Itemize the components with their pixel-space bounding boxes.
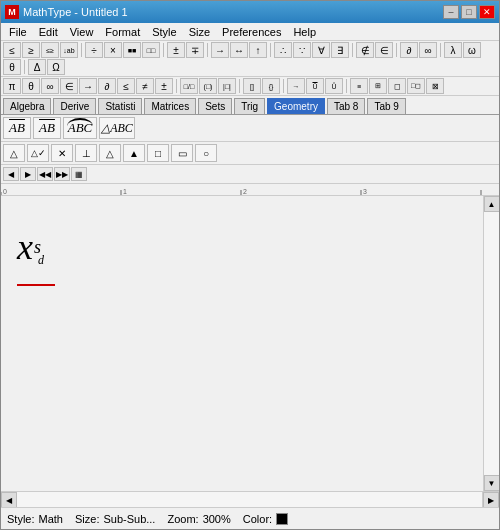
sep7: [440, 43, 441, 57]
shape-filled-triangle[interactable]: ▲: [123, 144, 145, 162]
tab-9[interactable]: Tab 9: [367, 98, 405, 114]
shape-triangle-tick[interactable]: △✓: [27, 144, 49, 162]
tb-arrow[interactable]: →: [211, 42, 229, 58]
shape-square[interactable]: □: [147, 144, 169, 162]
nav-grid[interactable]: ▦: [71, 167, 87, 181]
editor-area[interactable]: x s d: [1, 196, 483, 491]
tb-iff[interactable]: ↔: [230, 42, 248, 58]
menu-style[interactable]: Style: [146, 24, 182, 40]
tb-div[interactable]: ÷: [85, 42, 103, 58]
tab-8[interactable]: Tab 8: [327, 98, 365, 114]
tb-box[interactable]: □□: [142, 42, 160, 58]
tb-omega[interactable]: ω: [463, 42, 481, 58]
shape-triangle-open[interactable]: △: [3, 144, 25, 162]
tb-special5[interactable]: ⊠: [426, 78, 444, 94]
tb-neq[interactable]: ≠: [136, 78, 154, 94]
tb-special2[interactable]: ⊞: [369, 78, 387, 94]
tb-mp[interactable]: ∓: [186, 42, 204, 58]
tb-special1[interactable]: ≡: [350, 78, 368, 94]
tb-delta2[interactable]: ∂: [98, 78, 116, 94]
sep6: [396, 43, 397, 57]
tb-theta2[interactable]: θ: [22, 78, 40, 94]
tb-infty2[interactable]: ∞: [41, 78, 59, 94]
nav-back-back[interactable]: ◀◀: [37, 167, 53, 181]
status-size-value: Sub-Sub...: [103, 513, 155, 525]
shape-cross[interactable]: ✕: [51, 144, 73, 162]
shape-rect[interactable]: ▭: [171, 144, 193, 162]
nav-forward-forward[interactable]: ▶▶: [54, 167, 70, 181]
tab-geometry[interactable]: Geometry: [267, 98, 325, 114]
tb-overarrow[interactable]: →: [287, 78, 305, 94]
pal-segment-ab[interactable]: AB: [3, 117, 31, 139]
tab-algebra[interactable]: Algebra: [3, 98, 51, 114]
tb-matrix1[interactable]: []: [243, 78, 261, 94]
menu-help[interactable]: Help: [287, 24, 322, 40]
pal-arc-abc[interactable]: ABC: [63, 117, 97, 139]
tb-leq[interactable]: ≤: [3, 42, 21, 58]
tb-frac[interactable]: □/□: [180, 78, 198, 94]
tb-forall[interactable]: ∀: [312, 42, 330, 58]
shape-circle[interactable]: ○: [195, 144, 217, 162]
menu-format[interactable]: Format: [99, 24, 146, 40]
tb-parens[interactable]: (□): [199, 78, 217, 94]
tb-infty[interactable]: ∞: [419, 42, 437, 58]
tab-statistics[interactable]: Statisti: [98, 98, 142, 114]
nav-back[interactable]: ◀: [3, 167, 19, 181]
scroll-up-btn[interactable]: ▲: [484, 196, 500, 212]
tb-arrow-ab[interactable]: ↓ab: [60, 42, 78, 58]
tab-sets[interactable]: Sets: [198, 98, 232, 114]
tb-therefore[interactable]: ∴: [274, 42, 292, 58]
tb-delta[interactable]: Δ: [28, 59, 46, 75]
tb-element[interactable]: ∈: [60, 78, 78, 94]
pal-ray-ab[interactable]: AB: [33, 117, 61, 139]
status-size-label: Size:: [75, 513, 99, 525]
tb-uparrow[interactable]: ↑: [249, 42, 267, 58]
menu-preferences[interactable]: Preferences: [216, 24, 287, 40]
tb-pm2[interactable]: ±: [155, 78, 173, 94]
scroll-down-btn[interactable]: ▼: [484, 475, 500, 491]
tb-pm[interactable]: ±: [167, 42, 185, 58]
tb-bigomega[interactable]: Ω: [47, 59, 65, 75]
tb-exists[interactable]: ∃: [331, 42, 349, 58]
menu-edit[interactable]: Edit: [33, 24, 64, 40]
tb-rightarrow2[interactable]: →: [79, 78, 97, 94]
close-button[interactable]: ✕: [479, 5, 495, 19]
menu-size[interactable]: Size: [183, 24, 216, 40]
scroll-left-btn[interactable]: ◀: [1, 492, 17, 507]
scroll-right-btn[interactable]: ▶: [483, 492, 499, 507]
math-expression: x s d: [17, 226, 44, 268]
scroll-track[interactable]: [484, 212, 500, 475]
h-scrollbar[interactable]: [17, 492, 483, 507]
shape-perp[interactable]: ⊥: [75, 144, 97, 162]
tb-matrix2[interactable]: {}: [262, 78, 280, 94]
tab-derive[interactable]: Derive: [53, 98, 96, 114]
math-subscript-container: s d: [34, 238, 44, 266]
tab-trig[interactable]: Trig: [234, 98, 265, 114]
tb-overline[interactable]: Ū: [306, 78, 324, 94]
maximize-button[interactable]: □: [461, 5, 477, 19]
tb-brackets[interactable]: π: [3, 78, 21, 94]
tb-special4[interactable]: □◻: [407, 78, 425, 94]
tb-theta[interactable]: θ: [3, 59, 21, 75]
minimize-button[interactable]: –: [443, 5, 459, 19]
tb-notin[interactable]: ∉: [356, 42, 374, 58]
shape-triangle2[interactable]: △: [99, 144, 121, 162]
tb-mul[interactable]: ×: [104, 42, 122, 58]
tab-matrices[interactable]: Matrices: [144, 98, 196, 114]
tb-equiv[interactable]: ■■: [123, 42, 141, 58]
tb-abs[interactable]: |□|: [218, 78, 236, 94]
pal-triangle-abc[interactable]: △ABC: [99, 117, 135, 139]
menu-file[interactable]: File: [3, 24, 33, 40]
tb-hat[interactable]: Û: [325, 78, 343, 94]
tb-special3[interactable]: ◻: [388, 78, 406, 94]
tb-lambda[interactable]: λ: [444, 42, 462, 58]
tb-leq2[interactable]: ≤: [117, 78, 135, 94]
status-zoom-label: Zoom:: [167, 513, 198, 525]
tb-partial[interactable]: ∂: [400, 42, 418, 58]
menu-view[interactable]: View: [64, 24, 100, 40]
tb-because[interactable]: ∵: [293, 42, 311, 58]
nav-forward[interactable]: ▶: [20, 167, 36, 181]
tb-geq[interactable]: ≥: [22, 42, 40, 58]
tb-leqgeq[interactable]: ≤≥: [41, 42, 59, 58]
tb-in[interactable]: ∈: [375, 42, 393, 58]
